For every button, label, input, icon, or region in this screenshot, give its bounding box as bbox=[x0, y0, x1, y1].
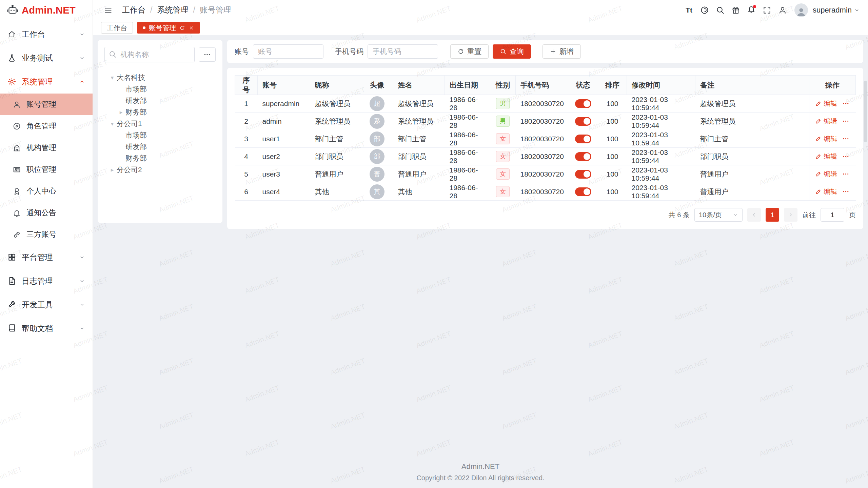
status-toggle[interactable] bbox=[575, 170, 591, 179]
org-panel: ▾大名科技市场部研发部▸财务部▾分公司1市场部研发部财务部▸分公司2 bbox=[98, 40, 222, 223]
tree-node-8[interactable]: ▸分公司2 bbox=[104, 164, 216, 176]
logo[interactable]: Admin.NET bbox=[0, 0, 93, 20]
cell-account: user2 bbox=[258, 148, 310, 165]
sidebar-subitem-2[interactable]: 机构管理 bbox=[0, 137, 93, 159]
more-actions-icon[interactable] bbox=[842, 152, 850, 160]
sidebar-item-6[interactable]: 帮助文档 bbox=[0, 317, 93, 340]
column-header[interactable]: 操作 bbox=[809, 76, 856, 95]
page-size-select[interactable]: 10条/页 bbox=[694, 208, 743, 222]
reset-button[interactable]: 重置 bbox=[450, 44, 489, 59]
username[interactable]: superadmin bbox=[813, 6, 852, 15]
column-header[interactable]: 出生日期 bbox=[445, 76, 490, 95]
edit-button[interactable]: 编辑 bbox=[815, 134, 837, 143]
phone-input[interactable] bbox=[368, 44, 438, 59]
gift-icon[interactable] bbox=[729, 3, 743, 17]
account-input[interactable] bbox=[253, 44, 323, 59]
collapse-menu-icon[interactable] bbox=[101, 3, 115, 17]
sidebar-subitem-3[interactable]: 职位管理 bbox=[0, 159, 93, 180]
more-actions-icon[interactable] bbox=[842, 188, 850, 196]
sidebar-subitem-0[interactable]: 账号管理 bbox=[0, 94, 93, 115]
tab-0[interactable]: 工作台 bbox=[101, 22, 133, 34]
theme-icon[interactable] bbox=[697, 3, 712, 17]
tree-node-2[interactable]: 研发部 bbox=[104, 95, 216, 106]
sidebar-item-0[interactable]: 工作台 bbox=[0, 22, 93, 46]
sidebar-subitem-1[interactable]: 角色管理 bbox=[0, 115, 93, 137]
status-toggle[interactable] bbox=[575, 152, 591, 161]
chevron-down-icon[interactable] bbox=[854, 7, 860, 13]
tab-label: 账号管理 bbox=[149, 23, 176, 33]
tree-node-3[interactable]: ▸财务部 bbox=[104, 106, 216, 118]
status-toggle[interactable] bbox=[575, 117, 591, 126]
query-button[interactable]: 查询 bbox=[493, 44, 531, 59]
notification-badge bbox=[753, 5, 756, 8]
column-header[interactable]: 头像 bbox=[361, 76, 393, 95]
more-actions-icon[interactable] bbox=[842, 100, 850, 107]
edit-button[interactable]: 编辑 bbox=[815, 99, 837, 108]
status-toggle[interactable] bbox=[575, 135, 591, 143]
tree-node-0[interactable]: ▾大名科技 bbox=[104, 72, 216, 83]
column-header[interactable]: 排序 bbox=[598, 76, 627, 95]
font-size-icon[interactable]: Tt bbox=[682, 3, 696, 17]
sidebar-item-4[interactable]: 日志管理 bbox=[0, 269, 93, 293]
next-page-button[interactable] bbox=[784, 208, 797, 222]
cell-gender: 女 bbox=[490, 130, 516, 148]
goto-page-input[interactable] bbox=[821, 208, 844, 222]
breadcrumb-item[interactable]: 账号管理 bbox=[200, 5, 231, 15]
prev-page-button[interactable] bbox=[747, 208, 761, 222]
sidebar-item-label: 系统管理 bbox=[22, 77, 74, 87]
org-search-row bbox=[104, 47, 216, 62]
user-outline-icon[interactable] bbox=[775, 3, 790, 17]
column-header[interactable]: 备注 bbox=[695, 76, 809, 95]
sidebar-subitem-5[interactable]: 通知公告 bbox=[0, 202, 93, 224]
cell-birthdate: 1986-06-28 bbox=[445, 183, 490, 201]
tree-node-1[interactable]: 市场部 bbox=[104, 83, 216, 95]
sidebar: Admin.NET 工作台业务测试系统管理账号管理角色管理机构管理职位管理个人中… bbox=[0, 0, 93, 488]
column-header[interactable]: 状态 bbox=[568, 76, 598, 95]
column-header[interactable]: 账号 bbox=[258, 76, 310, 95]
notification-bell-icon[interactable] bbox=[744, 3, 758, 17]
add-button[interactable]: 新增 bbox=[542, 44, 581, 59]
sidebar-subitem-6[interactable]: 三方账号 bbox=[0, 224, 93, 245]
sidebar-subitem-4[interactable]: 个人中心 bbox=[0, 180, 93, 202]
column-header[interactable]: 序号 bbox=[235, 76, 258, 95]
more-actions-icon[interactable] bbox=[842, 117, 850, 125]
tree-node-6[interactable]: 研发部 bbox=[104, 141, 216, 152]
breadcrumb-item[interactable]: 系统管理 bbox=[157, 5, 188, 15]
more-actions-icon[interactable] bbox=[842, 135, 850, 143]
tree-node-7[interactable]: 财务部 bbox=[104, 152, 216, 164]
sidebar-item-2[interactable]: 系统管理 bbox=[0, 70, 93, 94]
edit-button[interactable]: 编辑 bbox=[815, 187, 837, 196]
user-avatar[interactable] bbox=[794, 3, 808, 17]
cell-avatar: 其 bbox=[361, 183, 393, 201]
fullscreen-icon[interactable] bbox=[760, 3, 774, 17]
gender-tag: 女 bbox=[496, 168, 510, 179]
sidebar-item-3[interactable]: 平台管理 bbox=[0, 245, 93, 269]
sidebar-item-1[interactable]: 业务测试 bbox=[0, 46, 93, 70]
edit-button[interactable]: 编辑 bbox=[815, 169, 837, 179]
tab-1[interactable]: 账号管理 bbox=[137, 22, 200, 34]
breadcrumb-item[interactable]: 工作台 bbox=[122, 5, 145, 15]
tree-node-4[interactable]: ▾分公司1 bbox=[104, 118, 216, 129]
edit-button[interactable]: 编辑 bbox=[815, 152, 837, 161]
sidebar-item-5[interactable]: 开发工具 bbox=[0, 293, 93, 317]
scrollbar[interactable] bbox=[864, 81, 867, 142]
page-1-button[interactable]: 1 bbox=[766, 208, 779, 222]
org-search-input[interactable] bbox=[104, 47, 195, 62]
tab-refresh-icon[interactable] bbox=[179, 25, 185, 31]
column-header[interactable]: 昵称 bbox=[310, 76, 361, 95]
column-header[interactable]: 修改时间 bbox=[627, 76, 695, 95]
more-options-button[interactable] bbox=[199, 47, 216, 62]
status-toggle[interactable] bbox=[575, 99, 591, 108]
column-header[interactable]: 姓名 bbox=[393, 76, 445, 95]
column-header[interactable]: 手机号码 bbox=[516, 76, 568, 95]
tab-close-icon[interactable] bbox=[189, 25, 194, 31]
status-toggle[interactable] bbox=[575, 187, 591, 196]
column-header[interactable]: 性别 bbox=[490, 76, 516, 95]
tree-node-5[interactable]: 市场部 bbox=[104, 129, 216, 141]
cell-nickname: 其他 bbox=[310, 183, 361, 201]
tree-node-label: 财务部 bbox=[125, 107, 147, 117]
edit-button[interactable]: 编辑 bbox=[815, 117, 837, 126]
global-search-icon[interactable] bbox=[713, 3, 727, 17]
tree-node-label: 财务部 bbox=[125, 154, 147, 163]
more-actions-icon[interactable] bbox=[842, 170, 850, 178]
